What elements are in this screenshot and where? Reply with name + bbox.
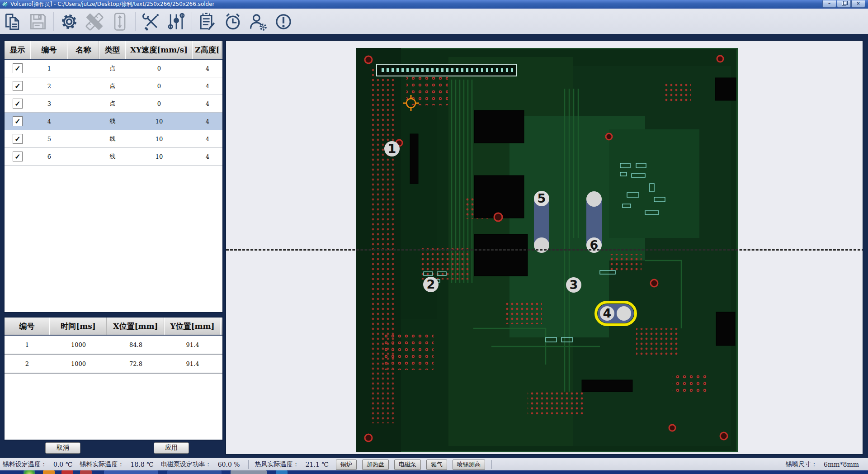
row-checkbox[interactable]: ✓ <box>13 134 23 144</box>
nozzle-size-value: 6mm*8mm <box>824 461 859 468</box>
workspace: 显示 编号 名称 类型 XY速度[mm/s] Z高度[ ✓ 1 点0 4 ✓ 2… <box>0 34 868 458</box>
solder-set-temp-value: 0.0 ℃ <box>53 461 72 468</box>
windows-taskbar[interactable] <box>0 470 868 474</box>
table-row-selected[interactable]: ✓ 4 线10 4 <box>5 113 222 130</box>
row-checkbox[interactable]: ✓ <box>13 63 23 73</box>
solder-set-temp-label: 锡料设定温度： <box>3 460 47 469</box>
table-row[interactable]: ✓ 3 点0 4 <box>5 95 222 113</box>
solder-program-table: 显示 编号 名称 类型 XY速度[mm/s] Z高度[ ✓ 1 点0 4 ✓ 2… <box>4 40 223 313</box>
parameters-sliders-icon[interactable] <box>165 10 188 33</box>
title-bar: Volcano[操作员] - C:/Users/jutze/Desktop/徐利… <box>0 0 868 8</box>
axis-dashed-line <box>226 249 863 251</box>
point-detail-table: 编号 时间[ms] X位置[mm] Y位置[mm] 11000 84.891.4… <box>4 317 223 441</box>
col-xy-speed[interactable]: XY速度[mm/s] <box>126 41 193 59</box>
toolbar-separator <box>53 12 54 31</box>
marker-3[interactable]: 3 <box>566 277 581 293</box>
taskbar-icon[interactable] <box>276 470 288 474</box>
table-row[interactable]: ✓ 6 线10 4 <box>5 148 222 166</box>
heating-plate-button[interactable]: 加热盘 <box>362 460 389 470</box>
timer-clock-icon[interactable] <box>222 10 244 33</box>
col-time[interactable]: 时间[ms] <box>50 318 107 335</box>
hot-air-temp-value: 21.1 ℃ <box>306 461 329 468</box>
marker-2[interactable]: 2 <box>423 277 439 292</box>
nozzle-size-label: 锡嘴尺寸： <box>786 460 817 469</box>
new-copy-icon[interactable] <box>1 10 24 33</box>
table-row[interactable]: 21000 72.891.4 <box>5 355 222 374</box>
solder-actual-temp-value: 18.8 ℃ <box>130 461 153 468</box>
row-checkbox[interactable]: ✓ <box>13 116 23 126</box>
col-type[interactable]: 类型 <box>99 41 126 59</box>
row-checkbox[interactable]: ✓ <box>13 99 23 109</box>
taskbar-icon[interactable] <box>104 470 158 474</box>
apply-button[interactable]: 应用 <box>154 442 189 454</box>
taskbar-icon[interactable] <box>80 470 92 474</box>
measure-ruler-icon <box>83 10 106 33</box>
svg-text:1: 1 <box>388 142 396 156</box>
status-separator <box>491 460 492 469</box>
pump-power-value: 60.0 % <box>218 461 240 468</box>
volcano-app-window: Volcano[操作员] - C:/Users/jutze/Desktop/徐利… <box>0 0 868 474</box>
point-table-header: 编号 时间[ms] X位置[mm] Y位置[mm] <box>5 318 222 336</box>
solder-actual-temp-label: 锡料实际温度： <box>80 460 124 469</box>
table-row[interactable]: ✓ 2 点0 4 <box>5 77 222 95</box>
taskbar-icon[interactable] <box>167 470 222 474</box>
height-adjust-icon <box>108 10 131 33</box>
svg-text:4: 4 <box>603 306 612 320</box>
program-table-header: 显示 编号 名称 类型 XY速度[mm/s] Z高度[ <box>5 41 222 60</box>
marker-1[interactable]: 1 <box>384 141 400 156</box>
alarm-info-icon[interactable] <box>272 10 295 33</box>
maintenance-tools-icon[interactable] <box>140 10 162 33</box>
col-show[interactable]: 显示 <box>5 41 31 59</box>
marker-6[interactable]: 6 <box>586 191 602 253</box>
col-name[interactable]: 名称 <box>68 41 99 59</box>
col-z-height[interactable]: Z高度[ <box>193 41 222 59</box>
save-icon <box>27 10 49 33</box>
start-orb-icon[interactable] <box>24 470 35 474</box>
window-title: Volcano[操作员] - C:/Users/jutze/Desktop/徐利… <box>10 0 215 8</box>
electromagnetic-pump-button[interactable]: 电磁泵 <box>394 460 421 470</box>
user-settings-icon[interactable] <box>247 10 269 33</box>
svg-text:5: 5 <box>538 191 546 205</box>
taskbar-icon[interactable] <box>61 470 73 474</box>
tin-furnace-button[interactable]: 锡炉 <box>336 460 357 470</box>
hot-air-temp-label: 热风实际温度： <box>255 460 299 469</box>
row-checkbox[interactable]: ✓ <box>13 81 23 91</box>
svg-text:2: 2 <box>427 277 435 291</box>
pump-power-label: 电磁泵设定功率： <box>161 460 212 469</box>
restore-icon <box>842 2 846 6</box>
col-x-pos[interactable]: X位置[mm] <box>107 318 165 335</box>
settings-gear-icon[interactable] <box>58 10 80 33</box>
report-edit-icon[interactable] <box>196 10 219 33</box>
taskbar-icon[interactable] <box>231 470 267 474</box>
svg-text:3: 3 <box>570 278 578 292</box>
table-row[interactable]: ✓ 1 点0 4 <box>5 60 222 77</box>
main-toolbar <box>0 8 868 35</box>
status-bar: 锡料设定温度： 0.0 ℃ 锡料实际温度： 18.8 ℃ 电磁泵设定功率： 60… <box>0 458 868 471</box>
toolbar-separator <box>192 12 192 31</box>
table-row[interactable]: 11000 84.891.4 <box>5 336 222 355</box>
pcb-viewer[interactable]: 1 2 3 <box>225 40 863 455</box>
table-row[interactable]: ✓ 5 线10 4 <box>5 130 222 148</box>
marker-5[interactable]: 5 <box>534 191 549 253</box>
restore-button[interactable] <box>837 0 851 8</box>
close-button[interactable]: × <box>851 0 865 8</box>
cancel-button[interactable]: 取消 <box>45 442 80 454</box>
toolbar-separator <box>135 12 136 31</box>
col-id[interactable]: 编号 <box>31 41 68 59</box>
nitrogen-button[interactable]: 氮气 <box>426 460 447 470</box>
tin-spray-height-button[interactable]: 喷锡测高 <box>453 460 485 470</box>
row-checkbox[interactable]: ✓ <box>13 152 23 161</box>
app-logo-icon <box>2 1 8 7</box>
status-separator <box>248 460 249 469</box>
taskbar-icon[interactable] <box>43 470 55 474</box>
col-y-pos[interactable]: Y位置[mm] <box>165 318 221 335</box>
col-id[interactable]: 编号 <box>5 318 50 335</box>
minimize-button[interactable]: – <box>822 0 836 8</box>
